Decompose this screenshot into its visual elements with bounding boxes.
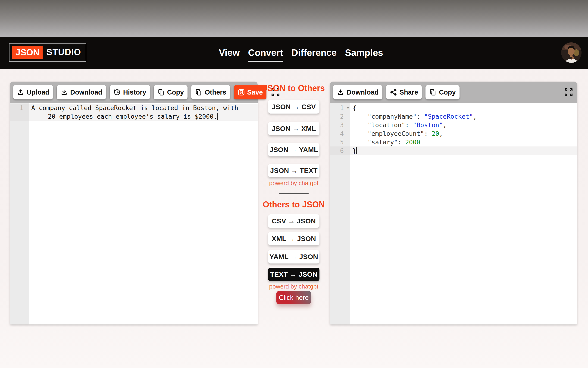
others-label: Others: [205, 89, 226, 96]
convert-button-to-json-0[interactable]: CSV → JSON: [268, 214, 319, 228]
logo-secondary: STUDIO: [46, 47, 81, 57]
code-line: 3 "location": "Boston",: [330, 121, 577, 129]
code-content: "employeeCount": 20,: [350, 129, 577, 138]
result-panel: Download Share Copy: [330, 82, 577, 324]
nav-item-samples[interactable]: Samples: [345, 47, 383, 58]
user-avatar[interactable]: [561, 42, 581, 63]
convert-button-json-to-2[interactable]: JSON → YAML: [268, 143, 319, 156]
line-number-gutter: [10, 103, 29, 324]
download-button-right[interactable]: Download: [333, 85, 382, 99]
nav-item-difference[interactable]: Difference: [291, 47, 337, 58]
download-label: Download: [347, 89, 379, 96]
text-cursor: [356, 147, 357, 154]
copy-icon: [158, 89, 165, 96]
editor-text-line1: A company called SpaceRocket is located …: [29, 104, 258, 112]
upload-icon: [17, 89, 24, 96]
source-toolbar: Upload Download History Copy: [10, 82, 258, 103]
convert-button-json-to-3[interactable]: JSON → TEXT: [268, 164, 319, 177]
nav-item-view[interactable]: View: [219, 47, 240, 58]
others-to-json-buttons: CSV → JSONXML → JSONYAML → JSONTEXT → JS…: [268, 210, 319, 281]
json-to-others-buttons: JSON → CSVJSON → XMLJSON → YAMLJSON → TE…: [268, 93, 319, 177]
share-label: Share: [400, 89, 418, 96]
fold-caret-icon[interactable]: ▾: [347, 104, 349, 112]
line-number-empty: [10, 112, 29, 121]
result-toolbar: Download Share Copy: [330, 82, 577, 103]
share-icon: [390, 89, 397, 96]
code-line: 5 "salary": 2000: [330, 138, 577, 147]
copy-label: Copy: [439, 89, 456, 96]
download-icon: [61, 89, 68, 96]
history-icon: [114, 89, 121, 96]
section-divider: [279, 193, 308, 194]
app-logo[interactable]: JSON STUDIO: [9, 43, 86, 62]
line-number: 4: [330, 129, 350, 138]
share-button[interactable]: Share: [386, 85, 422, 99]
code-content: }: [350, 147, 577, 155]
editor-line-wrap: 20 employees each employee's salary is $…: [10, 112, 258, 121]
click-here-button[interactable]: Click here: [276, 291, 311, 304]
line-number: 3: [330, 121, 350, 129]
text-editor[interactable]: 1 A company called SpaceRocket is locate…: [10, 103, 258, 324]
nav-item-convert[interactable]: Convert: [248, 47, 283, 58]
text-cursor: [217, 113, 218, 120]
convert-button-json-to-0[interactable]: JSON → CSV: [268, 100, 319, 114]
code-content: "salary": 2000: [350, 138, 577, 147]
code-line: 1▾{: [330, 104, 577, 112]
powered-by-text-2: powerd by chatgpt: [269, 283, 318, 290]
avatar-image: [561, 42, 581, 63]
top-gradient-band: [0, 0, 588, 37]
code-line: 4 "employeeCount": 20,: [330, 129, 577, 138]
json-to-others-title: JSON to Others: [263, 83, 325, 93]
download-label: Download: [70, 89, 102, 96]
copy-button-right[interactable]: Copy: [425, 85, 459, 99]
line-number: 2: [330, 112, 350, 121]
nav-menu: View Convert Difference Samples: [219, 37, 383, 69]
line-number: 6: [330, 147, 350, 155]
copy-button-left[interactable]: Copy: [154, 85, 188, 99]
download-icon: [337, 89, 344, 96]
others-icon: [195, 89, 202, 96]
json-studio-app: JSON STUDIO View Convert Difference Samp…: [0, 0, 588, 368]
powered-by-text: powerd by chatgpt: [269, 180, 318, 186]
fullscreen-button-right[interactable]: [563, 87, 574, 98]
json-output-editor[interactable]: 1▾{2 "companyName": "SpaceRocket",3 "loc…: [330, 103, 577, 324]
source-panel: Upload Download History Copy: [10, 82, 258, 324]
line-number[interactable]: 1▾: [330, 104, 350, 112]
history-label: History: [123, 89, 146, 96]
convert-button-json-to-1[interactable]: JSON → XML: [268, 122, 319, 135]
code-line: 6}: [330, 147, 577, 155]
copy-label: Copy: [167, 89, 184, 96]
line-number: 1: [10, 104, 29, 112]
code-content: {: [350, 104, 577, 112]
convert-button-to-json-1[interactable]: XML → JSON: [268, 232, 319, 245]
convert-button-to-json-2[interactable]: YAML → JSON: [268, 250, 319, 264]
expand-icon: [563, 87, 574, 98]
line-number: 5: [330, 138, 350, 147]
download-button[interactable]: Download: [57, 85, 106, 99]
convert-button-to-json-3[interactable]: TEXT → JSON: [268, 268, 319, 281]
editor-line: 1 A company called SpaceRocket is locate…: [10, 104, 258, 112]
save-bookmark-icon: [237, 89, 245, 96]
history-button[interactable]: History: [110, 85, 150, 99]
upload-button[interactable]: Upload: [13, 85, 53, 99]
others-button[interactable]: Others: [191, 85, 230, 99]
logo-primary: JSON: [12, 46, 43, 59]
others-to-json-title: Others to JSON: [263, 200, 325, 210]
copy-icon: [429, 89, 437, 96]
code-line: 2 "companyName": "SpaceRocket",: [330, 112, 577, 121]
code-content: "location": "Boston",: [350, 121, 577, 129]
json-code-lines: 1▾{2 "companyName": "SpaceRocket",3 "loc…: [330, 103, 577, 155]
upload-label: Upload: [27, 89, 49, 96]
converter-column: JSON to Others JSON → CSVJSON → XMLJSON …: [258, 83, 330, 304]
code-content: "companyName": "SpaceRocket",: [350, 112, 577, 121]
navbar: JSON STUDIO View Convert Difference Samp…: [0, 37, 588, 69]
editor-text-line2: 20 employees each employee's salary is $…: [29, 112, 258, 121]
